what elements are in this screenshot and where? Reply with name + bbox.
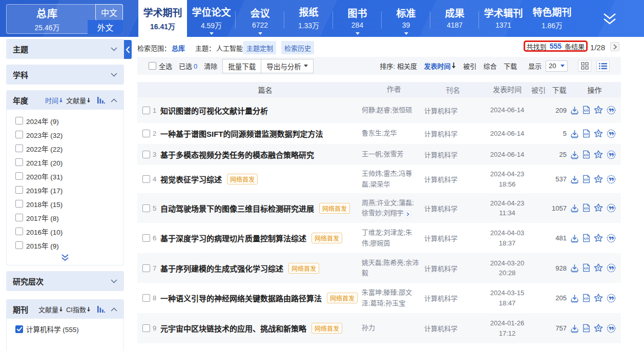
nav-more-chevron-icon[interactable]	[603, 12, 617, 26]
lang-tab-foreign[interactable]: 外文	[88, 20, 123, 34]
article-title-link[interactable]: 元宇宙中区块链技术的应用、挑战和新策略	[160, 323, 306, 334]
panel-theme-header[interactable]: 主题	[7, 39, 123, 58]
download-icon[interactable]	[570, 106, 579, 115]
year-checkbox[interactable]	[15, 214, 23, 221]
article-title-link[interactable]: 自动驾驶场景下的图像三维目标检测研究进展	[160, 203, 314, 214]
grid-view-button[interactable]	[578, 60, 591, 72]
chevron-up-icon[interactable]	[111, 307, 117, 312]
favorite-star-icon[interactable]	[594, 203, 603, 213]
sort-option-5[interactable]: 下载	[504, 61, 517, 71]
cite-quote-icon[interactable]	[607, 175, 616, 184]
year-filter-item[interactable]: 2020年 (31)	[7, 169, 123, 183]
html-read-icon[interactable]	[583, 263, 590, 273]
row-checkbox[interactable]	[142, 234, 150, 242]
row-journal[interactable]: 计算机科学	[424, 293, 475, 303]
html-read-icon[interactable]	[583, 324, 590, 333]
export-analyze-button[interactable]: 导出与分析	[261, 59, 314, 73]
cite-quote-icon[interactable]	[607, 150, 616, 159]
download-icon[interactable]	[570, 294, 579, 303]
year-sort-time[interactable]: 时间	[45, 95, 63, 105]
panel-subject-header[interactable]: 学科	[7, 65, 123, 84]
article-title-link[interactable]: 一种基于谱图SIFT的同源频谱监测数据判定方法	[160, 128, 323, 139]
row-authors[interactable]: 丁维龙;刘津龙;朱伟;廖婉茵	[362, 228, 424, 248]
row-journal[interactable]: 计算机科学	[424, 129, 475, 138]
html-read-icon[interactable]	[583, 175, 590, 184]
row-authors[interactable]: 何静;赵睿;张恒硕	[362, 105, 424, 115]
cite-quote-icon[interactable]	[607, 294, 616, 303]
article-title-link[interactable]: 基于多模态视频分类任务的模态融合策略研究	[160, 149, 314, 160]
year-checkbox[interactable]	[15, 172, 23, 180]
download-icon[interactable]	[570, 203, 579, 213]
year-checkbox[interactable]	[15, 200, 23, 208]
year-checkbox[interactable]	[15, 228, 23, 235]
cite-quote-icon[interactable]	[607, 324, 616, 333]
more-authors-button[interactable]	[404, 211, 411, 218]
cite-quote-icon[interactable]	[607, 203, 616, 213]
journal-sort-ci[interactable]: CI指数	[66, 304, 91, 314]
row-checkbox[interactable]	[142, 175, 150, 183]
year-filter-item[interactable]: 2017年 (8)	[7, 211, 123, 224]
favorite-star-icon[interactable]	[594, 324, 603, 333]
download-icon[interactable]	[570, 175, 579, 184]
journal-barchart-icon[interactable]	[97, 306, 105, 313]
col-header-downloads[interactable]: 下载	[544, 85, 567, 95]
row-journal[interactable]: 计算机科学	[424, 263, 475, 273]
year-filter-item[interactable]: 2015年 (9)	[7, 238, 123, 252]
row-authors[interactable]: 周燕;许业文;蒲磊;徐雪妙;刘翔宇	[362, 198, 424, 218]
nav-tab-7[interactable]: 成果4187	[430, 0, 479, 37]
html-read-icon[interactable]	[583, 150, 590, 159]
year-checkbox[interactable]	[15, 186, 23, 194]
year-filter-item[interactable]: 2021年 (20)	[7, 155, 123, 169]
year-checkbox[interactable]	[15, 241, 23, 249]
html-read-icon[interactable]	[583, 203, 590, 213]
year-barchart-icon[interactable]	[97, 97, 105, 104]
download-icon[interactable]	[570, 263, 579, 273]
html-read-icon[interactable]	[583, 294, 590, 303]
download-icon[interactable]	[570, 324, 579, 333]
page-size-select[interactable]: 20	[546, 60, 568, 72]
row-checkbox[interactable]	[142, 107, 150, 114]
sort-option-3[interactable]: 被引	[463, 61, 476, 71]
row-journal[interactable]: 计算机科学	[424, 203, 475, 213]
chevron-down-icon[interactable]	[111, 279, 117, 283]
row-checkbox[interactable]	[142, 264, 150, 272]
row-journal[interactable]: 计算机科学	[424, 150, 475, 159]
search-history-button[interactable]: 检索历史	[281, 41, 314, 54]
year-filter-item[interactable]: 2022年 (22)	[7, 141, 123, 155]
chevron-down-icon[interactable]	[111, 47, 117, 51]
row-authors[interactable]: 鲁东生;龙华	[362, 128, 424, 138]
article-title-link[interactable]: 一种语义引导的神经网络关键数据路由路径算法	[160, 293, 322, 303]
nav-tab-9[interactable]: 特色期刊1.86万	[528, 0, 576, 37]
chevron-up-icon[interactable]	[111, 98, 117, 102]
favorite-star-icon[interactable]	[594, 234, 603, 243]
favorite-star-icon[interactable]	[594, 106, 603, 115]
year-filter-item[interactable]: 2024年 (9)	[7, 114, 123, 128]
row-authors[interactable]: 朱富坤;滕臻;邵文泽;葛琦;孙玉宝	[362, 287, 424, 308]
lang-tab-chinese[interactable]: 中文	[95, 4, 123, 20]
sort-option-2[interactable]: 发表时间	[424, 61, 456, 71]
nav-tab-2[interactable]: 学位论文4.59万	[187, 0, 236, 37]
journal-sort-count[interactable]: 文献量	[38, 304, 63, 314]
article-title-link[interactable]: 知识图谱的可视化文献计量分析	[160, 105, 268, 116]
scope-value[interactable]: 总库	[172, 43, 185, 53]
year-checkbox[interactable]	[15, 144, 23, 152]
year-sort-count[interactable]: 文献量	[66, 95, 91, 105]
favorite-star-icon[interactable]	[594, 150, 603, 159]
year-filter-item[interactable]: 2018年 (15)	[7, 197, 123, 211]
nav-tab-3[interactable]: 会议6722	[236, 0, 284, 37]
row-checkbox[interactable]	[142, 130, 150, 137]
favorite-star-icon[interactable]	[594, 175, 603, 184]
total-library-box[interactable]: 总库 25.46万 中文 外文	[6, 4, 123, 34]
year-filter-item[interactable]: 2023年 (32)	[7, 128, 123, 141]
article-title-link[interactable]: 视觉表征学习综述	[160, 174, 222, 184]
year-checkbox[interactable]	[15, 117, 23, 125]
cite-quote-icon[interactable]	[607, 263, 616, 273]
journal-filter-item[interactable]: 计算机科学 (555)	[15, 324, 115, 334]
panel-research-level-header[interactable]: 研究层次	[7, 272, 123, 291]
cite-quote-icon[interactable]	[607, 129, 616, 138]
row-authors[interactable]: 姚天磊;陈希亮;余沛毅	[362, 258, 424, 278]
list-view-button[interactable]	[596, 60, 610, 72]
html-read-icon[interactable]	[583, 129, 590, 138]
cite-quote-icon[interactable]	[607, 234, 616, 243]
download-icon[interactable]	[570, 129, 579, 138]
